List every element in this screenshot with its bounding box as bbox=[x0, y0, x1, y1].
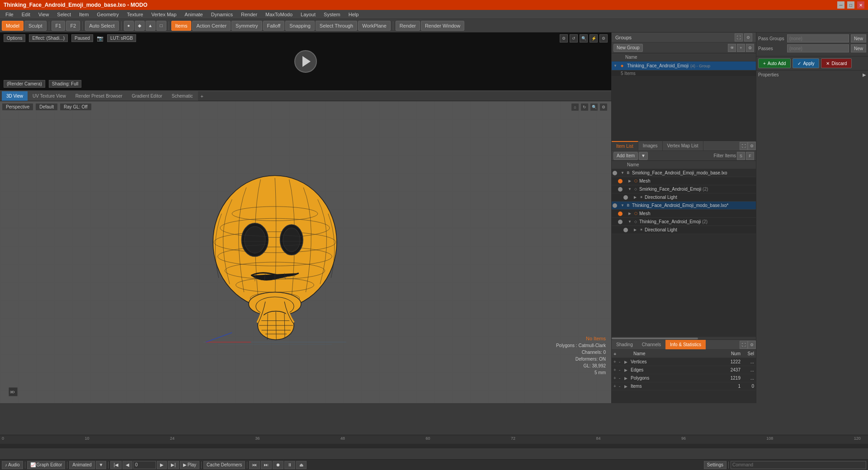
tab-vertex-map-list[interactable]: Vertex Map List bbox=[663, 141, 703, 150]
tab-gradient-editor[interactable]: Gradient Editor bbox=[127, 91, 167, 101]
shape-btn-2[interactable]: ◆ bbox=[135, 21, 145, 31]
menu-layout[interactable]: Layout bbox=[297, 11, 319, 18]
add-item-dropdown[interactable]: ▼ bbox=[639, 152, 648, 160]
stat-row-edges[interactable]: + - ▶ Edges 2437 ... bbox=[612, 366, 756, 374]
groups-expand-btn[interactable]: ⛶ bbox=[735, 33, 743, 42]
tab-info-statistics[interactable]: Info & Statistics bbox=[665, 340, 706, 349]
vp-home-ctrl[interactable]: ⌂ bbox=[571, 103, 579, 111]
stat-expand-vertices[interactable]: ▶ bbox=[624, 360, 629, 364]
filter-f-btn[interactable]: F bbox=[746, 152, 754, 160]
auto-add-button[interactable]: + Auto Add bbox=[758, 58, 791, 68]
item-row-smirking-light[interactable]: ▶ ☀ Directional Light bbox=[612, 193, 756, 202]
stat-row-items[interactable]: + - ▶ Items 1 0 bbox=[612, 382, 756, 390]
minimize-button[interactable]: ─ bbox=[837, 1, 844, 9]
stats-add-btn[interactable]: + bbox=[613, 351, 632, 357]
expand-4[interactable]: ▶ bbox=[633, 195, 637, 200]
timeline-ruler[interactable]: 0 10 24 36 48 60 72 84 96 108 120 bbox=[0, 435, 868, 444]
workplane-button[interactable]: WorkPlane bbox=[358, 21, 391, 31]
apply-button[interactable]: ✓ Apply bbox=[793, 58, 819, 68]
snapping-button[interactable]: Snapping bbox=[285, 21, 315, 31]
vp-rotate-ctrl[interactable]: ↻ bbox=[580, 103, 589, 111]
item-row-thinking-light[interactable]: ▶ ☀ Directional Light bbox=[612, 226, 756, 234]
properties-expand-icon[interactable]: ▶ bbox=[863, 72, 866, 77]
stat-plus-edges[interactable]: + bbox=[613, 367, 619, 372]
settings-button[interactable]: Settings bbox=[704, 461, 726, 469]
item-row-smirking-mesh[interactable]: ▶ ⬡ Mesh bbox=[612, 177, 756, 185]
tab-images[interactable]: Images bbox=[638, 141, 663, 150]
menu-view[interactable]: View bbox=[35, 11, 53, 18]
stat-minus-vertices[interactable]: - bbox=[619, 359, 624, 364]
command-input[interactable] bbox=[731, 461, 866, 469]
transport-3[interactable]: ⏺ bbox=[273, 461, 283, 469]
pass-groups-input[interactable] bbox=[787, 34, 849, 42]
item-list-expand-btn[interactable]: ⛶ bbox=[740, 142, 748, 150]
gs-icon-1[interactable]: 👁 bbox=[728, 44, 736, 52]
item-row-smirking-group[interactable]: ▼ ◇ Smirking_Face_Android_Emoji (2) bbox=[612, 185, 756, 193]
expand-1[interactable]: ▼ bbox=[620, 171, 625, 175]
stat-minus-edges[interactable]: - bbox=[619, 367, 624, 372]
menu-file[interactable]: File bbox=[2, 11, 17, 18]
frame-back-start[interactable]: |◀ bbox=[110, 461, 122, 469]
play-button-bottom[interactable]: ▶ Play bbox=[180, 461, 199, 469]
vp-zoom-ctrl[interactable]: 🔍 bbox=[590, 103, 598, 111]
tab-3d-view[interactable]: 3D View bbox=[2, 91, 28, 101]
expand-2[interactable]: ▶ bbox=[627, 179, 632, 183]
audio-button[interactable]: ♪ Audio bbox=[2, 461, 23, 469]
stat-row-polygons[interactable]: + - ▶ Polygons 1219 ... bbox=[612, 374, 756, 382]
expand-8[interactable]: ▶ bbox=[633, 228, 637, 232]
viewport-3d[interactable]: Perspective Default Ray GL: Off ⌂ ↻ 🔍 ⚙ bbox=[0, 101, 611, 403]
default-button[interactable]: Default bbox=[35, 103, 58, 111]
stats-settings-btn[interactable]: ⚙ bbox=[748, 341, 756, 349]
stat-expand-items[interactable]: ▶ bbox=[624, 384, 629, 389]
expand-6[interactable]: ▶ bbox=[627, 212, 632, 216]
item-row-thinking-group[interactable]: ▼ ◇ Thinking_Face_Android_Emoji (2) bbox=[612, 218, 756, 226]
passes-new-btn[interactable]: New bbox=[851, 44, 866, 52]
menu-help[interactable]: Help bbox=[345, 11, 363, 18]
transport-1[interactable]: ⏮ bbox=[249, 461, 260, 469]
tab-add[interactable]: + bbox=[198, 93, 206, 100]
item-row-thinking-scene[interactable]: ▼ 🗎 Thinking_Face_Android_Emoji_modo_bas… bbox=[612, 202, 756, 210]
menu-system[interactable]: System bbox=[320, 11, 344, 18]
new-group-button[interactable]: New Group bbox=[613, 44, 643, 52]
expand-7[interactable]: ▼ bbox=[627, 220, 632, 224]
menu-render[interactable]: Render bbox=[237, 11, 261, 18]
frame-forward-end[interactable]: ▶| bbox=[168, 461, 179, 469]
menu-maxtomode[interactable]: MaxToModo bbox=[262, 11, 296, 18]
gs-icon-3[interactable]: ⚙ bbox=[746, 44, 754, 52]
stat-plus-vertices[interactable]: + bbox=[613, 359, 619, 364]
item-list-scrollbar[interactable] bbox=[612, 337, 756, 339]
graph-editor-button[interactable]: 📈 Graph Editor bbox=[27, 461, 66, 469]
tab-render-preset-browser[interactable]: Render Preset Browser bbox=[71, 91, 127, 101]
group-item-thinking-face[interactable]: ▼ ◆ Thinking_Face_Android_Emoji (4) - Gr… bbox=[612, 61, 756, 70]
render-button[interactable]: Render bbox=[396, 21, 420, 31]
item-row-smirking-scene[interactable]: ▼ 🗎 Smirking_Face_Android_Emoji_modo_bas… bbox=[612, 169, 756, 177]
stat-expand-edges[interactable]: ▶ bbox=[624, 368, 629, 372]
menu-edit[interactable]: Edit bbox=[18, 11, 34, 18]
tab-schematic[interactable]: Schematic bbox=[167, 91, 198, 101]
menu-vertex-map[interactable]: Vertex Map bbox=[148, 11, 180, 18]
groups-settings-btn[interactable]: ⚙ bbox=[744, 33, 752, 42]
item-list-settings-btn[interactable]: ⚙ bbox=[748, 142, 756, 150]
tab-shading[interactable]: Shading bbox=[612, 340, 637, 349]
symmetry-button[interactable]: Symmetry bbox=[231, 21, 262, 31]
action-center-button[interactable]: Action Center bbox=[192, 21, 231, 31]
menu-animate[interactable]: Animate bbox=[181, 11, 206, 18]
menu-select[interactable]: Select bbox=[53, 11, 75, 18]
stat-plus-polygons[interactable]: + bbox=[613, 376, 619, 381]
select-through-button[interactable]: Select Through bbox=[316, 21, 357, 31]
stats-expand-btn[interactable]: ⛶ bbox=[740, 341, 748, 349]
sculpt-mode-button[interactable]: Sculpt bbox=[24, 21, 47, 31]
auto-select-button[interactable]: Auto Select bbox=[85, 21, 118, 31]
stat-row-vertices[interactable]: + - ▶ Vertices 1222 ... bbox=[612, 358, 756, 366]
vp-settings-ctrl[interactable]: ⚙ bbox=[599, 103, 608, 111]
ray-gl-button[interactable]: Ray GL: Off bbox=[60, 103, 92, 111]
preview-ctrl-4[interactable]: ⚡ bbox=[590, 34, 598, 42]
model-mode-button[interactable]: Model bbox=[2, 21, 24, 31]
shape-btn-3[interactable]: ▲ bbox=[146, 21, 156, 31]
maximize-button[interactable]: □ bbox=[847, 1, 854, 9]
transport-4[interactable]: ⏸ bbox=[284, 461, 295, 469]
f2-button[interactable]: F2 bbox=[66, 21, 80, 31]
close-button[interactable]: ✕ bbox=[857, 1, 864, 9]
expand-3[interactable]: ▼ bbox=[627, 187, 632, 192]
frame-forward[interactable]: ▶ bbox=[157, 461, 167, 469]
